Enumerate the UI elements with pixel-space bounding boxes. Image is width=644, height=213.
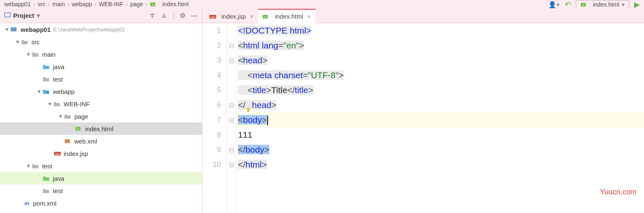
tree-label: WEB-INF [64,101,90,108]
watermark: Yuucn.com [600,188,637,196]
html-file-icon: H [150,1,157,7]
folder-icon [54,101,61,107]
tab-index-jsp[interactable]: JSP index.jsp × [205,9,258,23]
run-config-selector[interactable]: H index.html ▾ [576,0,629,9]
folder-icon [64,113,72,119]
line-number: 5 [202,83,221,98]
folder-icon [43,188,50,194]
svg-point-6 [46,91,49,93]
breadcrumb-bar: webapp01› src› main› webapp› WEB-INF› pa… [0,0,644,8]
web-folder-icon [43,89,50,94]
hide-icon[interactable]: — [190,12,198,19]
svg-text:H: H [582,4,585,7]
fold-icon[interactable]: ⊟ [227,142,236,157]
gear-icon[interactable]: ⚙ [179,12,186,19]
chevron-down-icon[interactable]: ▾ [36,88,43,95]
breadcrumb-item[interactable]: page [130,1,143,7]
source-folder-icon [43,64,50,69]
panel-header: Project ▾ ⚙ — [0,8,202,23]
tree-label: web.xml [74,138,97,145]
editor-area: JSP index.jsp × H index.html × 1 2 3 4 5… [202,8,644,213]
code-editor[interactable]: 1 2 3 4 5 6 7 8 9 10 ⊟ ⊟ ⊟ ⊟ ⊟ [202,23,644,213]
tree-label: main [42,51,56,58]
chevron-down-icon[interactable]: ▾ [25,162,32,170]
tab-index-html[interactable]: H index.html × [258,9,316,23]
run-icon[interactable]: ▶ [634,0,640,9]
fold-icon[interactable]: ⊟ [227,98,236,112]
fold-icon[interactable]: ⊟ [227,38,236,53]
tree-file[interactable]: JSP index.jsp [0,147,202,160]
chevron-down-icon[interactable]: ▾ [46,100,54,108]
line-number: 7 [202,112,221,127]
tree-file[interactable]: m pom.xml [0,197,202,209]
tree-root[interactable]: ▾ webapp01 E:\JavaWebProject\webapp01 [0,23,202,36]
tree-libraries[interactable]: ▸ External Libraries [0,209,202,213]
tree-folder[interactable]: test [0,73,202,85]
tree-label: test [53,187,63,194]
tree-label: index.jsp [64,150,88,157]
chevron-down-icon[interactable]: ▾ [14,38,21,45]
tree-path: E:\JavaWebProject\webapp01 [53,26,125,33]
tree-folder[interactable]: ▾ test [0,160,202,172]
project-tree[interactable]: ▾ webapp01 E:\JavaWebProject\webapp01 ▾ … [0,23,202,213]
maven-icon: m [23,200,31,206]
chevron-down-icon[interactable]: ▾ [25,50,32,58]
tree-folder[interactable]: ▾ WEB-INF [0,98,202,110]
tree-label: index.html [85,125,113,132]
back-arrow-icon[interactable]: ↶ [565,0,571,9]
breadcrumb-item[interactable]: index.html [162,1,189,7]
tree-label: webapp01 [21,26,51,33]
svg-rect-4 [5,13,10,17]
chevron-down-icon[interactable]: ▾ [57,112,64,120]
tree-folder[interactable]: java [0,60,202,73]
line-gutter: 1 2 3 4 5 6 7 8 9 10 [202,23,227,213]
fold-icon[interactable]: ⊟ [227,157,236,172]
module-icon [11,26,18,32]
svg-text:JSP: JSP [210,16,215,19]
user-icon[interactable]: 👤▾ [548,1,560,9]
breadcrumb-item[interactable]: webapp [72,1,92,7]
tree-folder[interactable]: java [0,172,202,184]
tree-file[interactable]: H index.html [0,122,202,135]
tree-folder[interactable]: test [0,184,202,197]
collapse-all-icon[interactable] [160,12,168,19]
folder-icon [32,163,40,169]
code-content[interactable]: <!DOCTYPE html> <html lang="en"> <head> … [236,23,644,213]
panel-dropdown-icon[interactable]: ▾ [37,12,40,19]
breadcrumb-item[interactable]: webapp01 [4,1,31,7]
breadcrumb-item[interactable]: WEB-INF [99,1,123,7]
line-number: 10 [202,157,221,172]
expand-all-icon[interactable] [149,12,156,19]
close-icon[interactable]: × [250,13,253,20]
fold-column: ⊟ ⊟ ⊟ ⊟ ⊟ ⊟ [227,23,236,213]
svg-point-20 [247,108,250,111]
svg-text:H: H [77,128,79,131]
html-file-icon: H [75,126,83,132]
close-icon[interactable]: × [307,13,311,20]
tree-file[interactable]: <> web.xml [0,135,202,147]
fold-icon[interactable]: ⊟ [227,53,236,68]
tab-label: index.jsp [221,13,246,20]
svg-rect-5 [11,27,17,31]
project-panel: Project ▾ ⚙ — ▾ webapp01 E:\JavaWebProje… [0,8,202,213]
tree-folder[interactable]: ▾ page [0,110,202,122]
chevron-down-icon[interactable]: ▾ [3,26,11,33]
tree-folder[interactable]: ▾ webapp [0,85,202,98]
html-file-icon: H [262,14,270,19]
tree-label: test [53,76,63,83]
line-number: 3 [202,53,221,68]
svg-text:<>: <> [66,141,69,143]
tree-folder[interactable]: ▾ main [0,48,202,60]
fold-icon[interactable]: ⊟ [227,112,236,127]
tree-folder[interactable]: ▾ src [0,36,202,48]
project-icon [4,12,11,19]
xml-file-icon: <> [64,138,72,144]
breadcrumb-item[interactable]: src [38,1,45,7]
line-number: 1 [202,23,221,38]
jsp-file-icon: JSP [209,14,216,19]
svg-text:H: H [264,16,266,19]
tree-label: java [53,175,64,182]
breadcrumb-item[interactable]: main [52,1,65,7]
line-number: 2 [202,38,221,53]
intention-bulb-icon[interactable] [245,102,252,109]
